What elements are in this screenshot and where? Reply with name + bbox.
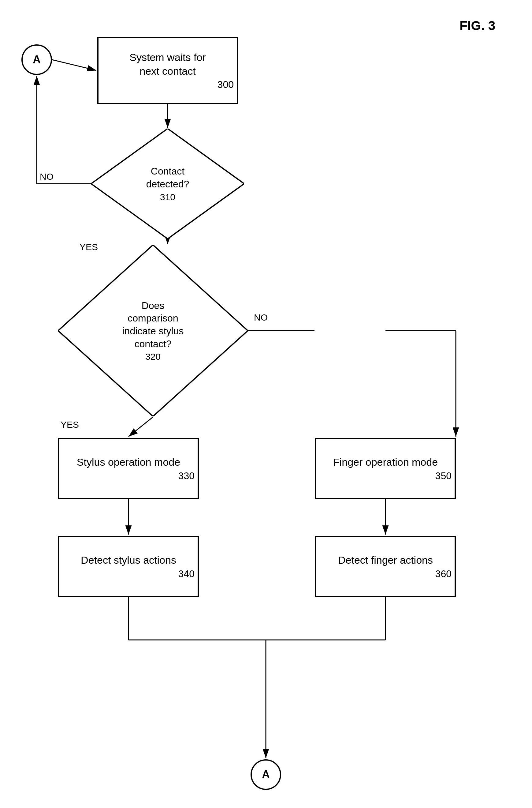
box-330-num: 330 — [178, 469, 197, 482]
box-300-label: System waits fornext contact — [129, 51, 206, 77]
diagram-container: FIG. 3 — [0, 0, 532, 808]
figure-label: FIG. 3 — [459, 18, 495, 33]
box-350-num: 350 — [435, 469, 455, 482]
no-label-310: NO — [40, 171, 54, 182]
box-360-num: 360 — [435, 567, 455, 580]
yes-label-310: YES — [79, 242, 98, 252]
box-330-label: Stylus operation mode — [77, 455, 180, 469]
svg-line-6 — [129, 417, 153, 437]
box-340: Detect stylus actions 340 — [58, 536, 199, 597]
diamond-310: Contactdetected? 310 — [91, 129, 244, 239]
box-300: System waits fornext contact 300 — [97, 37, 238, 104]
diamond-310-num: 310 — [160, 192, 175, 202]
svg-line-1 — [52, 60, 96, 70]
box-350: Finger operation mode 350 — [315, 438, 456, 499]
box-300-num: 300 — [217, 78, 237, 90]
box-330: Stylus operation mode 330 — [58, 438, 199, 499]
box-340-label: Detect stylus actions — [81, 553, 176, 567]
diamond-320-label: Doescomparisonindicate styluscontact? — [122, 299, 184, 350]
yes-label-320: YES — [61, 420, 79, 430]
diamond-320: Doescomparisonindicate styluscontact? 32… — [58, 245, 248, 417]
box-360-label: Detect finger actions — [338, 553, 433, 567]
no-label-320: NO — [254, 312, 268, 323]
box-360: Detect finger actions 360 — [315, 536, 456, 597]
terminal-a-top: A — [21, 44, 52, 75]
box-340-num: 340 — [178, 567, 197, 580]
box-350-label: Finger operation mode — [333, 455, 438, 469]
terminal-a-bottom: A — [250, 759, 281, 790]
diamond-310-label: Contactdetected? — [146, 165, 189, 190]
diamond-320-num: 320 — [145, 351, 160, 362]
